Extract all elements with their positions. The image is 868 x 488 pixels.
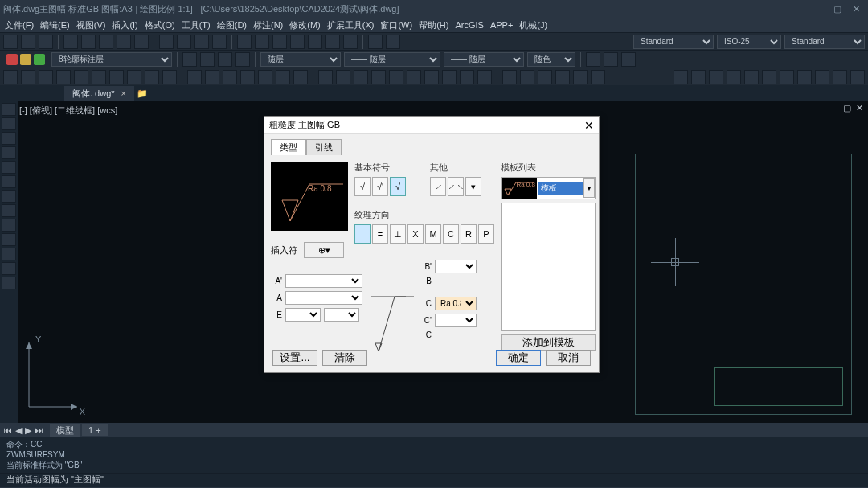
mod-3-icon[interactable] — [223, 70, 237, 84]
param-a-select[interactable] — [285, 291, 362, 305]
layout-nav-first-icon[interactable]: ⏮ — [3, 425, 12, 435]
end-4-icon[interactable] — [727, 70, 741, 84]
ann-1-icon[interactable] — [318, 70, 333, 84]
dim-3-icon[interactable] — [39, 70, 53, 84]
color-yellow-icon[interactable] — [20, 54, 31, 65]
doc-tab-close-icon[interactable]: × — [121, 88, 126, 98]
color-select[interactable]: 随层 — [260, 52, 341, 67]
dimstyle-select[interactable]: Standard — [633, 35, 714, 49]
tb-b-icon[interactable] — [308, 35, 322, 49]
template-selector[interactable]: Ra 0.8 模板 ▼ — [501, 177, 596, 199]
sym-other-3[interactable]: ▾ — [465, 177, 481, 196]
ann-10-icon[interactable] — [477, 70, 492, 84]
layout-model-tab[interactable]: 模型 — [50, 424, 80, 437]
sym-other-1[interactable]: ⟋ — [430, 177, 446, 196]
param-c-select[interactable]: Ra 0.8 — [435, 297, 477, 310]
template-dropdown-icon[interactable]: ▼ — [583, 178, 595, 198]
draw-mtext-icon[interactable] — [2, 277, 16, 289]
maximize-icon[interactable]: ▢ — [833, 4, 841, 14]
dir-perp[interactable]: ⊥ — [390, 224, 406, 244]
tb-open-icon[interactable] — [21, 35, 35, 49]
tb-d-icon[interactable] — [343, 35, 358, 49]
tb-print-icon[interactable] — [159, 35, 174, 49]
settings-button[interactable]: 设置... — [272, 350, 317, 366]
param-a1-select[interactable] — [285, 274, 362, 288]
tb-block-icon[interactable] — [272, 35, 287, 49]
command-input[interactable]: 当前活动图幅为 "主图幅" — [0, 473, 868, 487]
add-template-button[interactable]: 添加到模板 — [501, 334, 596, 351]
ann-9-icon[interactable] — [460, 70, 474, 84]
layer-d-icon[interactable] — [235, 52, 250, 67]
arr-2-icon[interactable] — [520, 70, 534, 84]
menu-edit[interactable]: 编辑(E) — [40, 19, 70, 31]
menu-mech[interactable]: 机械(J) — [519, 19, 547, 31]
mod-4-icon[interactable] — [240, 70, 255, 84]
menu-app[interactable]: APP+ — [490, 20, 513, 30]
dim-7-icon[interactable] — [109, 70, 124, 84]
dim-9-icon[interactable] — [145, 70, 159, 84]
mod-5-icon[interactable] — [258, 70, 272, 84]
tb-e-icon[interactable] — [368, 35, 383, 49]
sym-basic-2[interactable]: √' — [372, 177, 388, 196]
mod-6-icon[interactable] — [276, 70, 290, 84]
dim-10-icon[interactable] — [162, 70, 177, 84]
dim-2-icon[interactable] — [21, 70, 35, 84]
draw-rect-icon[interactable] — [2, 161, 16, 174]
menu-dim[interactable]: 标注(N) — [253, 19, 283, 31]
end-5-icon[interactable] — [744, 70, 759, 84]
tb-save-icon[interactable] — [39, 35, 53, 49]
menu-help[interactable]: 帮助(H) — [419, 19, 448, 31]
mod-2-icon[interactable] — [205, 70, 219, 84]
ann-8-icon[interactable] — [442, 70, 457, 84]
textstyle-select[interactable]: Standard — [784, 35, 865, 49]
tb-new-icon[interactable] — [3, 35, 18, 49]
menu-view[interactable]: 视图(V) — [76, 19, 106, 31]
tb-pan-icon[interactable] — [212, 35, 227, 49]
param-c2-select[interactable] — [435, 314, 477, 327]
layout-nav-prev-icon[interactable]: ◀ — [15, 425, 22, 436]
grp-a-icon[interactable] — [586, 52, 600, 67]
close-icon[interactable]: ✕ — [853, 4, 860, 14]
sym-basic-1[interactable]: √ — [354, 177, 371, 196]
plotstyle-select[interactable]: 随色 — [527, 52, 575, 67]
dir-p[interactable]: P — [478, 224, 494, 244]
menu-ext[interactable]: 扩展工具(X) — [327, 19, 375, 31]
end-9-icon[interactable] — [815, 70, 829, 84]
ann-4-icon[interactable] — [371, 70, 386, 84]
doc-tab-new-icon[interactable]: 📁 — [134, 88, 150, 99]
menu-arcgis[interactable]: ArcGIS — [455, 20, 483, 30]
ann-5-icon[interactable] — [389, 70, 403, 84]
vp-min-icon[interactable]: — — [829, 103, 838, 113]
layer-b-icon[interactable] — [200, 52, 215, 67]
tb-zoom-icon[interactable] — [177, 35, 191, 49]
arr-1-icon[interactable] — [502, 70, 517, 84]
menu-window[interactable]: 窗口(W) — [380, 19, 412, 31]
dir-m[interactable]: M — [425, 224, 441, 244]
draw-line-icon[interactable] — [2, 103, 16, 116]
tb-zoomext-icon[interactable] — [194, 35, 209, 49]
sym-basic-3-selected[interactable]: √ — [390, 177, 406, 196]
draw-text-icon[interactable] — [2, 233, 16, 246]
mod-1-icon[interactable] — [187, 70, 202, 84]
tb-a-icon[interactable] — [290, 35, 305, 49]
tb-undo-icon[interactable] — [63, 35, 78, 49]
grp-c-icon[interactable] — [621, 52, 636, 67]
menu-file[interactable]: 文件(F) — [5, 19, 34, 31]
tb-copy-icon[interactable] — [117, 35, 131, 49]
insert-toggle[interactable]: ⊕ ▾ — [304, 242, 344, 258]
menu-draw[interactable]: 绘图(D) — [217, 19, 247, 31]
end-1-icon[interactable] — [674, 70, 688, 84]
end-6-icon[interactable] — [762, 70, 776, 84]
dir-r[interactable]: R — [461, 224, 477, 244]
tb-match-icon[interactable] — [237, 35, 252, 49]
menu-insert[interactable]: 插入(I) — [112, 19, 137, 31]
cancel-button[interactable]: 取消 — [546, 350, 591, 366]
dialog-close-icon[interactable]: ✕ — [584, 119, 594, 132]
menu-tools[interactable]: 工具(T) — [182, 19, 211, 31]
layer-c-icon[interactable] — [218, 52, 232, 67]
tb-f-icon[interactable] — [386, 35, 400, 49]
arr-5-icon[interactable] — [573, 70, 588, 84]
end-2-icon[interactable] — [691, 70, 706, 84]
grp-b-icon[interactable] — [604, 52, 618, 67]
dir-x[interactable]: X — [407, 224, 424, 244]
